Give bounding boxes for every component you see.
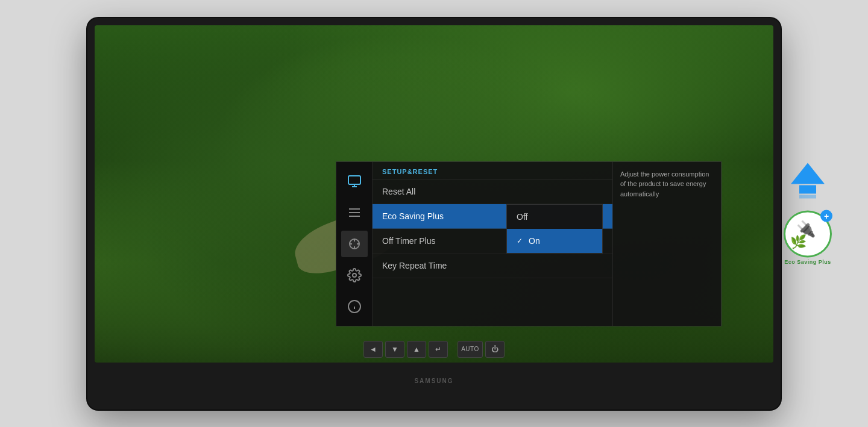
eco-text-label: Eco Saving Plus [784,258,831,264]
sidebar-icon-info[interactable] [341,293,368,320]
checkmark-icon: ✓ [517,237,523,245]
osd-info-panel: Adjust the power consumption of the prod… [612,162,721,326]
samsung-logo: SAMSUNG [414,378,453,384]
tv-outer: SETUP&RESET Reset All Eco Saving Plus Of… [87,18,781,410]
osd-item-reset-all[interactable]: Reset All [373,179,612,204]
submenu-on-label: On [529,236,540,246]
blue-arrow [791,163,825,198]
screen-nav-bar: ◄ ▼ ▲ ↵ AUTO ⏻ [363,341,505,358]
nav-enter-btn[interactable]: ↵ [429,341,448,358]
svg-rect-0 [348,176,360,184]
tv-screen: SETUP&RESET Reset All Eco Saving Plus Of… [95,25,773,363]
nav-up-btn[interactable]: ▲ [407,341,426,358]
leaf-icon: 🌿 [790,234,807,249]
sidebar-icon-gear[interactable] [341,262,368,288]
submenu-item-on[interactable]: ✓ On [507,229,602,253]
osd-header: SETUP&RESET [373,162,612,179]
osd-submenu: Off ✓ On [506,204,603,254]
arrow-reflection [799,195,816,198]
sidebar-icon-monitor[interactable] [341,168,368,195]
eco-saving-logo: 🔌 🌿 + Eco Saving Plus [781,210,835,264]
arrow-triangle-shape [791,163,825,184]
osd-sidebar [336,162,373,326]
submenu-item-off[interactable]: Off [507,205,602,229]
eco-plus-badge: + [820,210,832,222]
osd-item-key-repeat[interactable]: Key Repeat Time [373,254,612,278]
nav-down-btn[interactable]: ▼ [385,341,404,358]
eco-circle: 🔌 🌿 + [784,210,832,257]
osd-menu: SETUP&RESET Reset All Eco Saving Plus Of… [336,161,722,326]
sidebar-icon-crosshair[interactable] [341,231,368,257]
nav-power-btn[interactable]: ⏻ [485,341,505,358]
nav-auto-btn[interactable]: AUTO [458,341,483,358]
tv-bottom-bar: SAMSUNG [95,363,773,394]
sidebar-icon-lines[interactable] [341,199,368,226]
nav-left-btn[interactable]: ◄ [363,341,383,358]
right-decorations: 🔌 🌿 + Eco Saving Plus [781,163,835,264]
svg-point-9 [353,273,356,277]
arrow-bar-shape [799,185,816,193]
